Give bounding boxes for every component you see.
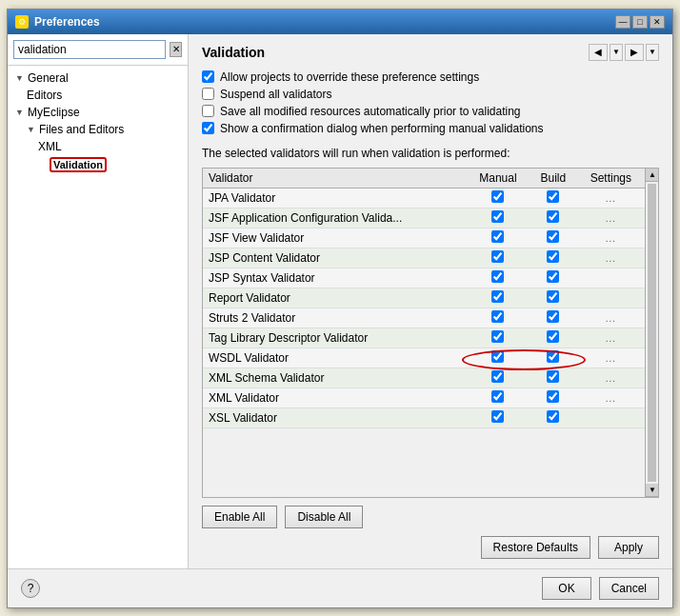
expand-icon: ▼ [27,125,35,134]
table-row: JPA Validator... [203,188,645,208]
table-row: XML Schema Validator... [203,368,645,387]
bottom-row: ? OK Cancel [8,568,672,607]
settings-button[interactable]: ... [606,213,616,224]
validator-settings-cell [577,407,645,427]
enable-all-button[interactable]: Enable All [202,506,277,528]
apply-button[interactable]: Apply [598,536,659,559]
settings-button[interactable]: ... [606,333,616,344]
nav-forward-dropdown[interactable]: ▼ [646,44,659,61]
table-row: JSP Content Validator... [203,248,645,268]
sidebar-item-xml[interactable]: XML [8,138,188,155]
build-checkbox[interactable] [547,310,559,323]
table-row: Tag Library Descriptor Validator... [203,328,645,348]
validator-name: JPA Validator [203,188,467,208]
validator-settings-cell [577,288,645,308]
minimize-button[interactable]: — [615,15,630,29]
search-clear-button[interactable]: ✕ [170,42,182,57]
settings-button[interactable]: ... [606,193,616,204]
validator-manual-cell [467,288,530,308]
validator-settings-cell: ... [577,308,645,328]
manual-checkbox[interactable] [491,310,504,323]
sidebar-item-editors[interactable]: Editors [8,87,188,104]
scroll-track[interactable]: ▲ ▼ [645,169,658,497]
nav-back-button[interactable]: ◀ [589,44,608,61]
validator-build-cell [530,387,577,407]
build-checkbox[interactable] [547,290,559,303]
validator-settings-cell: ... [577,348,645,368]
validator-name: Report Validator [203,288,467,308]
settings-button[interactable]: ... [606,233,616,244]
manual-checkbox[interactable] [491,410,504,423]
checkbox-row-override: Allow projects to override these prefere… [202,70,659,84]
validator-settings-cell: ... [577,228,645,248]
manual-checkbox[interactable] [491,350,504,363]
sidebar: ✕ ▼ General Editors ▼ MyEclipse [8,34,189,568]
sidebar-item-files-and-editors[interactable]: ▼ Files and Editors [8,121,188,138]
build-checkbox[interactable] [547,330,559,343]
table-row: XML Validator... [203,387,645,407]
validator-manual-cell [467,348,530,368]
table-row: JSF Application Configuration Valida....… [203,208,645,228]
manual-checkbox[interactable] [491,250,504,263]
manual-checkbox[interactable] [491,370,504,383]
cancel-button[interactable]: Cancel [599,577,659,600]
maximize-button[interactable]: □ [632,15,648,29]
validator-manual-cell [467,208,530,228]
window-controls: — □ ✕ [615,15,665,29]
settings-button[interactable]: ... [606,253,616,264]
settings-button[interactable]: ... [606,353,616,364]
build-checkbox[interactable] [547,350,559,363]
manual-checkbox[interactable] [491,230,504,243]
settings-button[interactable]: ... [606,393,616,404]
build-checkbox[interactable] [547,390,559,403]
validator-manual-cell [467,407,530,427]
search-input[interactable] [13,40,166,59]
build-checkbox[interactable] [547,270,559,283]
build-checkbox[interactable] [547,210,559,223]
sidebar-item-validation[interactable]: Validation [8,155,188,174]
validator-manual-cell [467,248,530,268]
manual-checkbox[interactable] [491,390,504,403]
scroll-thumb[interactable] [648,184,656,482]
settings-button[interactable]: ... [606,313,616,324]
build-checkbox[interactable] [547,250,559,263]
checkbox-override[interactable] [202,70,214,83]
build-checkbox[interactable] [547,190,559,203]
bottom-left: ? [21,579,40,598]
manual-checkbox[interactable] [491,330,504,343]
sidebar-item-label: MyEclipse [28,106,80,119]
manual-checkbox[interactable] [491,270,504,283]
manual-checkbox[interactable] [491,210,504,223]
sidebar-item-myeclipse[interactable]: ▼ MyEclipse [8,104,188,121]
checkbox-suspend[interactable] [202,88,214,100]
nav-back-dropdown[interactable]: ▼ [610,44,623,61]
checkbox-row-suspend: Suspend all validators [202,88,659,101]
ok-button[interactable]: OK [542,577,590,600]
validator-manual-cell [467,188,530,208]
help-icon[interactable]: ? [21,579,40,598]
checkbox-confirm[interactable] [202,122,214,134]
manual-checkbox[interactable] [491,190,504,203]
scroll-up-button[interactable]: ▲ [646,169,658,182]
table-row: Report Validator [203,288,645,308]
validator-build-cell [530,328,577,348]
scroll-down-button[interactable]: ▼ [646,484,658,497]
enable-disable-row: Enable All Disable All [202,506,659,528]
sidebar-item-label: Editors [27,89,62,102]
col-header-build: Build [530,169,577,189]
table-row: Struts 2 Validator... [203,308,645,328]
table-scroll[interactable]: Validator Manual Build Settings JPA Vali… [203,169,645,497]
build-checkbox[interactable] [547,410,559,423]
close-button[interactable]: ✕ [650,15,665,29]
disable-all-button[interactable]: Disable All [285,506,363,528]
manual-checkbox[interactable] [491,290,504,303]
build-checkbox[interactable] [547,370,559,383]
checkbox-override-label: Allow projects to override these prefere… [220,70,479,84]
nav-forward-button[interactable]: ▶ [625,44,644,61]
col-header-settings: Settings [577,169,645,189]
build-checkbox[interactable] [547,230,559,243]
sidebar-item-general[interactable]: ▼ General [8,70,188,87]
checkbox-save[interactable] [202,105,214,117]
settings-button[interactable]: ... [606,373,616,384]
restore-defaults-button[interactable]: Restore Defaults [481,536,590,559]
